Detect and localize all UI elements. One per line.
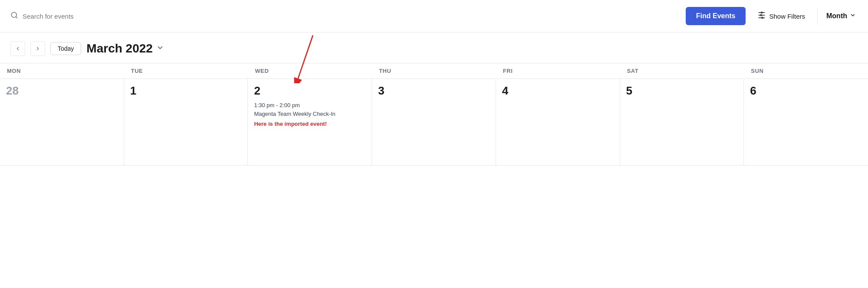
cal-date-4: 4 <box>502 84 614 98</box>
svg-point-4 <box>761 12 763 13</box>
svg-point-7 <box>760 15 762 16</box>
cal-date-3: 3 <box>378 84 490 98</box>
search-area <box>10 11 679 21</box>
search-input[interactable] <box>23 13 118 20</box>
event-block-wed: 1:30 pm - 2:00 pm Magenta Team Weekly Ch… <box>254 101 365 128</box>
event-title: Magenta Team Weekly Check-In <box>254 110 365 118</box>
search-icon <box>10 11 18 21</box>
prev-month-button[interactable] <box>10 41 25 56</box>
calendar-title-chevron-icon <box>156 44 164 54</box>
cal-cell-thu-3[interactable]: 3 <box>372 79 496 165</box>
event-time: 1:30 pm - 2:00 pm <box>254 101 365 110</box>
find-events-button[interactable]: Find Events <box>686 7 746 25</box>
svg-line-1 <box>16 16 17 18</box>
day-header-mon: MON <box>0 63 124 79</box>
cal-cell-tue-1[interactable]: 1 <box>124 79 248 165</box>
show-filters-button[interactable]: Show Filters <box>753 8 810 24</box>
filter-icon <box>758 11 766 21</box>
cal-date-1: 1 <box>130 84 242 98</box>
today-button[interactable]: Today <box>50 42 81 55</box>
cal-date-6: 6 <box>750 84 862 98</box>
chevron-down-icon <box>850 12 856 20</box>
header-divider <box>817 8 818 24</box>
day-header-sat: SAT <box>620 63 744 79</box>
cal-cell-wed-2[interactable]: 2 1:30 pm - 2:00 pm Magenta Team Weekly … <box>248 79 372 165</box>
cal-date-5: 5 <box>626 84 738 98</box>
calendar-month-year: March 2022 <box>86 42 153 56</box>
day-header-fri: FRI <box>496 63 620 79</box>
cal-cell-sat-5[interactable]: 5 <box>620 79 744 165</box>
cal-date-2: 2 <box>254 84 365 98</box>
svg-point-10 <box>762 17 763 19</box>
show-filters-label: Show Filters <box>769 13 805 20</box>
day-header-thu: THU <box>372 63 496 79</box>
calendar-title[interactable]: March 2022 <box>86 42 164 56</box>
month-selector-button[interactable]: Month <box>825 9 858 23</box>
day-header-tue: TUE <box>124 63 248 79</box>
calendar-grid: MON TUE WED THU FRI SAT SUN 28 1 <box>0 63 868 166</box>
day-header-wed: WED <box>248 63 372 79</box>
cal-date-28: 28 <box>6 84 118 98</box>
header: Find Events Show Filters Month <box>0 0 868 33</box>
day-headers-row: MON TUE WED THU FRI SAT SUN <box>0 63 868 79</box>
calendar-row-1: 28 1 2 1:30 pm - 2:00 pm Magenta Team We… <box>0 79 868 166</box>
cal-cell-fri-4[interactable]: 4 <box>496 79 620 165</box>
calendar-nav: Today March 2022 <box>0 33 868 63</box>
month-label: Month <box>826 12 847 20</box>
next-month-button[interactable] <box>30 41 45 56</box>
cal-cell-mon-28[interactable]: 28 <box>0 79 124 165</box>
cal-cell-sun-6[interactable]: 6 <box>744 79 868 165</box>
event-imported-label: Here is the imported event! <box>254 120 365 128</box>
day-header-sun: SUN <box>744 63 868 79</box>
